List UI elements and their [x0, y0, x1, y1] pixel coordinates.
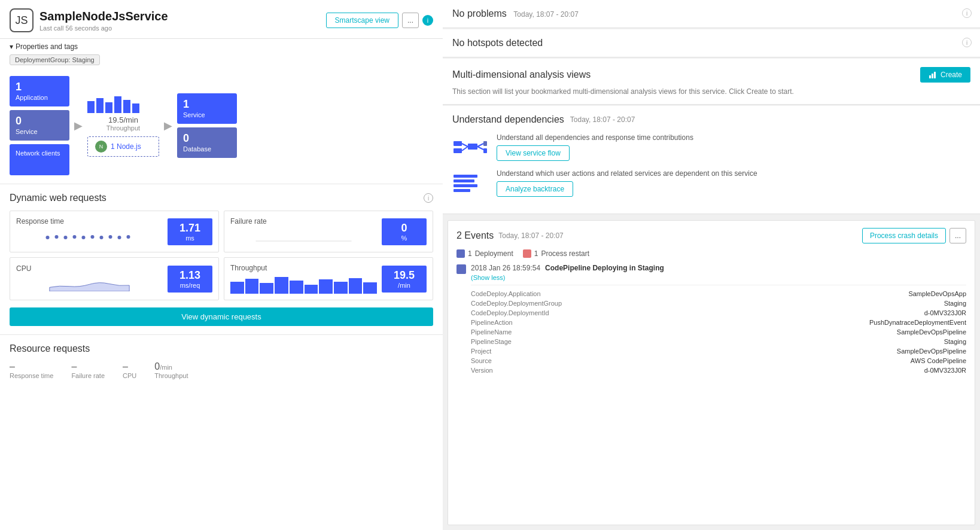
right-service-box[interactable]: 1 Service: [177, 93, 237, 124]
svg-rect-14: [454, 141, 462, 146]
events-summary: 1 Deployment 1 Process restart: [456, 249, 966, 258]
throughput-box: 19.5/min Throughput: [87, 95, 159, 132]
svg-line-19: [477, 144, 483, 147]
event-detail-val: d-0MV323J0R: [924, 367, 966, 374]
view-service-flow-button[interactable]: View service flow: [497, 145, 570, 161]
no-problems-info-icon[interactable]: i: [962, 8, 972, 18]
more-button[interactable]: ...: [402, 13, 419, 28]
network-clients-box[interactable]: Network clients: [10, 144, 69, 175]
svg-rect-12: [932, 74, 933, 78]
svg-rect-15: [454, 148, 462, 153]
event-type-icon: [456, 264, 466, 274]
dynamic-requests-title: Dynamic web requests i: [10, 193, 433, 203]
info-icon[interactable]: i: [422, 15, 433, 26]
event-detail-key: Version: [471, 367, 493, 374]
service-title: SampleNodeJsService: [39, 10, 168, 23]
no-hotspots-section: i No hotspots detected: [443, 29, 980, 57]
create-button[interactable]: Create: [920, 67, 970, 83]
dynamic-web-requests-section: Dynamic web requests i Response time: [0, 184, 443, 334]
event-detail-key: CodeDeploy.Application: [471, 290, 541, 297]
view-dynamic-requests-button[interactable]: View dynamic requests: [10, 307, 433, 326]
right-panel: i No problems Today, 18:07 - 20:07 i No …: [443, 0, 980, 530]
multidim-desc: This section will list your bookmarked m…: [452, 87, 970, 96]
no-hotspots-info-icon[interactable]: i: [962, 38, 972, 47]
event-detail-val: SampleDevOpsApp: [908, 290, 966, 297]
event-timestamp: 2018 Jan 26 18:59:54: [471, 264, 540, 272]
event-detail-key: CodeDeploy.DeploymentGroup: [471, 300, 562, 307]
svg-point-9: [127, 235, 130, 239]
resource-requests-title: Resource requests: [10, 343, 433, 354]
event-detail-val: AWS CodePipeline: [911, 357, 966, 364]
svg-point-3: [73, 235, 77, 239]
event-detail-val: SampleDevOpsPipeline: [897, 348, 966, 355]
application-box[interactable]: 1 Application: [10, 76, 69, 106]
cpu-label: CPU: [16, 264, 163, 273]
response-time-chart: [16, 229, 163, 244]
resource-requests-section: Resource requests – Response time – Fail…: [0, 334, 443, 388]
response-time-label: Response time: [16, 217, 163, 226]
response-time-value-box: 1.71 ms: [168, 218, 212, 245]
failure-rate-chart: [230, 229, 377, 244]
event-detail-row: PipelineStageStaging: [471, 337, 966, 346]
throughput-label: Throughput: [87, 124, 159, 132]
events-section: 2 Events Today, 18:07 - 20:07 Process cr…: [448, 220, 975, 525]
deployment-tag: DeploymentGroup: Staging: [10, 54, 100, 65]
svg-point-1: [55, 235, 59, 239]
properties-toggle[interactable]: ▾ Properties and tags: [10, 42, 433, 51]
cpu-metric: CPU 1.13 ms/req: [10, 257, 219, 300]
event-detail-val: PushDynatraceDeploymentEvent: [869, 319, 966, 326]
properties-section: ▾ Properties and tags DeploymentGroup: S…: [0, 39, 443, 70]
database-box[interactable]: 0 Database: [177, 127, 237, 158]
depend-time: Today, 18:07 - 20:07: [570, 115, 635, 124]
service-header: JS SampleNodeJsService Last call 56 seco…: [0, 0, 443, 39]
svg-rect-13: [934, 72, 936, 78]
flow-arrow-2: ▶: [164, 119, 172, 132]
event-detail-val: d-0MV323J0R: [924, 309, 966, 316]
left-panel: JS SampleNodeJsService Last call 56 seco…: [0, 0, 443, 530]
response-time-metric: Response time 1.71: [10, 211, 219, 252]
event-detail-key: Project: [471, 348, 491, 355]
analyze-backtrace-button[interactable]: Analyze backtrace: [497, 181, 573, 197]
chart-icon: [929, 71, 937, 79]
resource-cpu: – CPU: [123, 361, 136, 379]
event-detail-row: PipelineNameSampleDevOpsPipeline: [471, 327, 966, 337]
smartscape-button[interactable]: Smartscape view: [326, 13, 398, 28]
resource-metrics: – Response time – Failure rate – CPU 0/m…: [10, 361, 433, 379]
resource-failure-rate: – Failure rate: [71, 361, 105, 379]
dependencies-section: Understand dependencies Today, 18:07 - 2…: [443, 106, 980, 214]
flow-right-col: 1 Service 0 Database: [177, 93, 237, 158]
svg-point-4: [82, 236, 86, 239]
deployment-summary: 1 Deployment: [456, 249, 513, 258]
throughput-value-label: 19.5/min: [87, 115, 159, 124]
svg-rect-24: [454, 179, 474, 182]
dynamic-info-icon[interactable]: i: [424, 193, 433, 203]
events-more-button[interactable]: ...: [949, 228, 966, 243]
svg-point-2: [64, 236, 68, 239]
multidim-section: Multi-dimensional analysis views Create …: [443, 59, 980, 105]
event-detail-val: SampleDevOpsPipeline: [897, 328, 966, 336]
no-problems-title: No problems: [452, 8, 507, 19]
multidim-title: Multi-dimensional analysis views: [452, 69, 591, 80]
show-less-button[interactable]: (Show less): [471, 274, 966, 281]
flow-left-col: 1 Application 0 Service Network clients: [10, 76, 69, 175]
service-box[interactable]: 0 Service: [10, 110, 69, 141]
nodejs-box[interactable]: N 1 Node.js: [87, 136, 159, 157]
event-detail-row: CodeDeploy.ApplicationSampleDevOpsApp: [471, 289, 966, 298]
event-entry: 2018 Jan 26 18:59:54 CodePipeline Deploy…: [456, 264, 966, 375]
metrics-grid: Response time 1.71: [10, 211, 433, 300]
event-detail-key: PipelineAction: [471, 319, 513, 326]
svg-point-8: [118, 236, 121, 239]
depend-item2-text: Understand which user actions and relate…: [497, 169, 757, 178]
depend-header: Understand dependencies Today, 18:07 - 2…: [452, 114, 970, 125]
deployment-icon: [456, 249, 465, 258]
no-problems-section: i No problems Today, 18:07 - 20:07: [443, 0, 980, 28]
cpu-value-box: 1.13 ms/req: [168, 266, 212, 293]
event-detail-key: Source: [471, 357, 492, 364]
multidim-header: Multi-dimensional analysis views Create: [452, 67, 970, 83]
svg-rect-11: [929, 75, 931, 78]
svg-rect-25: [454, 184, 477, 187]
event-detail-row: CodeDeploy.DeploymentIdd-0MV323J0R: [471, 308, 966, 318]
svg-rect-22: [483, 148, 487, 153]
resource-response-time: – Response time: [10, 361, 53, 379]
process-crash-details-button[interactable]: Process crash details: [862, 228, 946, 243]
